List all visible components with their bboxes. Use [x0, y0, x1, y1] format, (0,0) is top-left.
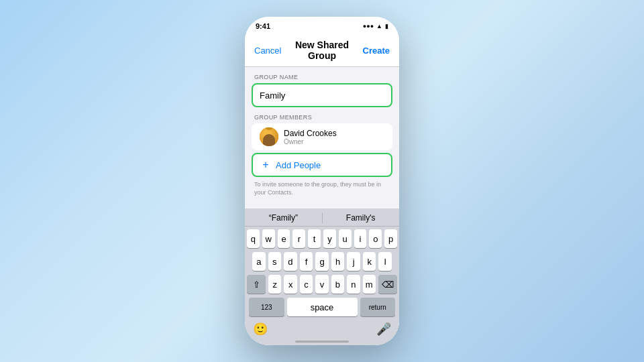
member-row: David Crookes Owner [252, 123, 392, 150]
key-g[interactable]: g [315, 252, 329, 271]
predictive-word-1[interactable]: “Family” [245, 211, 322, 225]
phone-frame: 9:41 ●●● ▲ ▮ Cancel New Shared Group Cre… [245, 17, 399, 345]
key-p[interactable]: p [384, 229, 397, 248]
bottom-bar: 123 space return [245, 295, 399, 319]
plus-icon: + [260, 159, 272, 171]
create-button[interactable]: Create [363, 46, 390, 56]
predictive-word-2[interactable]: Family's [322, 211, 399, 225]
wifi-icon: ▲ [376, 23, 382, 29]
key-u[interactable]: u [339, 229, 352, 248]
key-d[interactable]: d [284, 252, 297, 271]
return-key[interactable]: return [360, 298, 396, 316]
home-indicator [295, 341, 349, 343]
group-name-label: GROUP NAME [245, 67, 399, 83]
group-name-input-container [252, 83, 392, 107]
key-c[interactable]: c [300, 275, 313, 294]
key-s[interactable]: s [268, 252, 282, 271]
key-z[interactable]: z [268, 275, 281, 294]
keyboard-area: “Family” Family's q w e r t y u i o p a [245, 208, 399, 345]
add-people-label: Add People [276, 160, 321, 170]
emoji-bar: 🙂 🎤 [245, 319, 399, 341]
key-h[interactable]: h [331, 252, 345, 271]
key-row-3: ⇧ z x c v b n m ⌫ [247, 275, 397, 294]
status-bar: 9:41 ●●● ▲ ▮ [245, 17, 399, 36]
space-key[interactable]: space [287, 298, 358, 316]
keyboard-rows: q w e r t y u i o p a s d f g h j k [245, 227, 399, 295]
cancel-button[interactable]: Cancel [254, 46, 281, 56]
key-row-2: a s d f g h j k l [247, 252, 397, 271]
key-a[interactable]: a [252, 252, 266, 271]
key-v[interactable]: v [315, 275, 328, 294]
invite-hint: To invite someone to the group, they mus… [245, 177, 399, 202]
signal-icon: ●●● [363, 23, 374, 29]
member-name: David Crookes [284, 129, 384, 138]
key-i[interactable]: i [354, 229, 367, 248]
key-k[interactable]: k [363, 252, 376, 271]
key-n[interactable]: n [347, 275, 360, 294]
member-info: David Crookes Owner [284, 129, 384, 145]
backspace-key[interactable]: ⌫ [378, 275, 397, 294]
key-j[interactable]: j [347, 252, 360, 271]
key-f[interactable]: f [300, 252, 313, 271]
nav-bar: Cancel New Shared Group Create [245, 36, 399, 67]
add-people-button[interactable]: + Add People [252, 153, 392, 177]
key-q[interactable]: q [247, 229, 260, 248]
key-m[interactable]: m [363, 275, 376, 294]
key-l[interactable]: l [378, 252, 392, 271]
shift-key[interactable]: ⇧ [247, 275, 266, 294]
predictive-bar: “Family” Family's [245, 208, 399, 227]
key-x[interactable]: x [284, 275, 297, 294]
group-name-input[interactable] [260, 90, 384, 101]
key-o[interactable]: o [369, 229, 382, 248]
page-title: New Shared Group [281, 40, 362, 61]
key-b[interactable]: b [331, 275, 344, 294]
status-time: 9:41 [256, 22, 270, 30]
group-members-label: GROUP MEMBERS [245, 107, 399, 123]
key-t[interactable]: t [308, 229, 321, 248]
battery-icon: ▮ [385, 23, 388, 29]
status-icons: ●●● ▲ ▮ [363, 23, 388, 29]
member-role: Owner [284, 138, 384, 145]
key-e[interactable]: e [278, 229, 290, 248]
key-r[interactable]: r [292, 229, 305, 248]
members-section: David Crookes Owner [252, 123, 392, 150]
microphone-icon[interactable]: 🎤 [376, 322, 391, 337]
key-row-1: q w e r t y u i o p [247, 229, 397, 248]
content-area: GROUP NAME GROUP MEMBERS David Crookes O [245, 67, 399, 208]
key-w[interactable]: w [262, 229, 275, 248]
key-y[interactable]: y [323, 229, 336, 248]
numbers-key[interactable]: 123 [249, 298, 284, 316]
emoji-icon[interactable]: 🙂 [253, 322, 268, 337]
avatar [260, 127, 278, 146]
